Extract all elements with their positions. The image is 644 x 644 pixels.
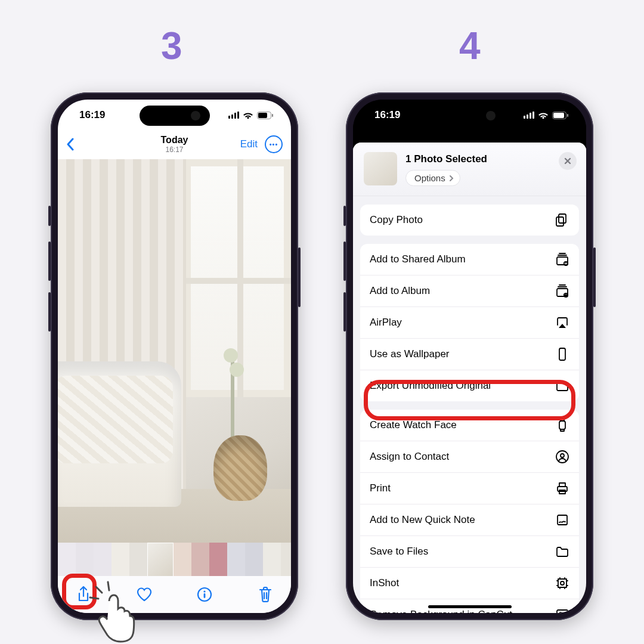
- share-action-label: Add to New Quick Note: [370, 514, 475, 526]
- svg-rect-11: [567, 114, 568, 117]
- svg-line-7: [90, 597, 98, 599]
- share-action-note[interactable]: Add to New Quick Note: [360, 504, 579, 535]
- share-action-copy[interactable]: Copy Photo: [360, 205, 579, 236]
- screen-share-sheet: 16:19 1 Photo Selected Options: [353, 100, 586, 613]
- wifi-icon: [243, 112, 253, 119]
- note-icon: [555, 513, 569, 527]
- share-action-crop[interactable]: InShot: [360, 567, 579, 599]
- svg-point-21: [556, 451, 568, 463]
- share-action-label: Print: [370, 482, 391, 494]
- tap-hand-icon: [82, 577, 147, 643]
- chevron-right-icon: [449, 175, 454, 182]
- svg-point-30: [559, 612, 562, 613]
- svg-rect-27: [558, 579, 566, 587]
- svg-rect-26: [558, 515, 567, 525]
- svg-rect-2: [272, 114, 273, 117]
- svg-line-8: [108, 582, 109, 590]
- share-action-label: Create Watch Face: [370, 419, 457, 431]
- info-icon: [197, 587, 212, 602]
- svg-rect-5: [204, 593, 206, 598]
- share-action-label: AirPlay: [370, 317, 402, 329]
- share-action-label: InShot: [370, 577, 399, 589]
- share-action-group: Add to Shared AlbumAdd to AlbumAirPlayUs…: [360, 244, 579, 401]
- svg-rect-24: [559, 483, 565, 487]
- wifi-icon: [538, 112, 549, 119]
- svg-rect-20: [559, 421, 565, 429]
- print-icon: [555, 481, 569, 496]
- crop-icon: [555, 576, 569, 590]
- share-sheet-header: 1 Photo Selected Options: [353, 143, 586, 196]
- battery-icon: [257, 112, 273, 119]
- svg-rect-29: [557, 610, 568, 613]
- phone-frame-step4: 16:19 1 Photo Selected Options: [346, 92, 593, 620]
- share-action-group: Copy Photo: [360, 205, 579, 236]
- status-time: 16:19: [374, 109, 400, 121]
- dynamic-island: [140, 106, 210, 126]
- share-action-label: Use as Wallpaper: [370, 348, 450, 360]
- contact-icon: [555, 450, 569, 464]
- close-button[interactable]: [559, 152, 577, 170]
- svg-rect-12: [559, 214, 566, 223]
- options-button[interactable]: Options: [405, 170, 460, 186]
- share-action-label: Add to Shared Album: [370, 253, 466, 265]
- copy-icon: [555, 213, 569, 227]
- share-action-label: Copy Photo: [370, 214, 423, 226]
- step-number-3: 3: [161, 24, 182, 68]
- album-icon: [555, 284, 569, 298]
- selected-count: 1 Photo Selected: [405, 153, 550, 165]
- share-sheet: 1 Photo Selected Options Copy PhotoAdd t…: [353, 143, 586, 613]
- share-action-folder[interactable]: Save to Files: [360, 535, 579, 567]
- share-action-contact[interactable]: Assign to Contact: [360, 441, 579, 472]
- share-action-airplay[interactable]: AirPlay: [360, 306, 579, 338]
- svg-rect-10: [553, 113, 564, 118]
- cellular-icon: [228, 112, 239, 119]
- image-icon: [555, 608, 569, 613]
- home-indicator[interactable]: [428, 605, 512, 608]
- svg-point-16: [565, 262, 566, 264]
- svg-rect-13: [556, 217, 564, 226]
- share-action-label: Add to Album: [370, 285, 430, 297]
- battery-icon: [552, 112, 568, 119]
- svg-point-22: [561, 454, 564, 457]
- back-button[interactable]: [66, 138, 75, 151]
- edit-button[interactable]: Edit: [240, 138, 258, 150]
- close-icon: [564, 157, 571, 165]
- selected-photo-thumb: [364, 152, 397, 185]
- screen-photos: 16:19 Today 16:17 Edit •••: [58, 100, 291, 613]
- svg-point-4: [204, 590, 206, 592]
- share-action-album[interactable]: Add to Album: [360, 275, 579, 306]
- trash-icon: [258, 586, 273, 603]
- thumbnail-strip[interactable]: [58, 543, 291, 576]
- share-action-wallpaper[interactable]: Use as Wallpaper: [360, 338, 579, 370]
- delete-button[interactable]: [256, 586, 274, 603]
- folder-icon: [555, 544, 569, 559]
- share-action-label: Assign to Contact: [370, 451, 449, 463]
- more-button[interactable]: •••: [265, 135, 283, 153]
- svg-rect-1: [258, 113, 267, 118]
- svg-line-6: [96, 587, 102, 593]
- cellular-icon: [524, 112, 534, 119]
- share-action-label: Remove Background in CapCut: [370, 609, 512, 613]
- share-action-label: Save to Files: [370, 546, 428, 558]
- wallpaper-icon: [555, 347, 569, 361]
- svg-rect-19: [559, 348, 565, 360]
- svg-rect-25: [559, 490, 565, 494]
- status-time: 16:19: [79, 109, 105, 121]
- step-number-4: 4: [459, 24, 481, 68]
- share-action-group: Create Watch FaceAssign to ContactPrintA…: [360, 410, 579, 613]
- share-action-print[interactable]: Print: [360, 472, 579, 504]
- phone-frame-step3: 16:19 Today 16:17 Edit •••: [51, 92, 298, 620]
- info-button[interactable]: [196, 587, 213, 602]
- dynamic-island: [435, 106, 505, 126]
- svg-point-28: [561, 581, 564, 585]
- photo-viewer[interactable]: [58, 159, 291, 543]
- airplay-icon: [555, 315, 569, 330]
- share-action-shared-album[interactable]: Add to Shared Album: [360, 244, 579, 275]
- shared-album-icon: [555, 252, 569, 267]
- highlight-ring-wallpaper: [364, 380, 575, 420]
- nav-bar: Today 16:17 Edit •••: [58, 131, 291, 158]
